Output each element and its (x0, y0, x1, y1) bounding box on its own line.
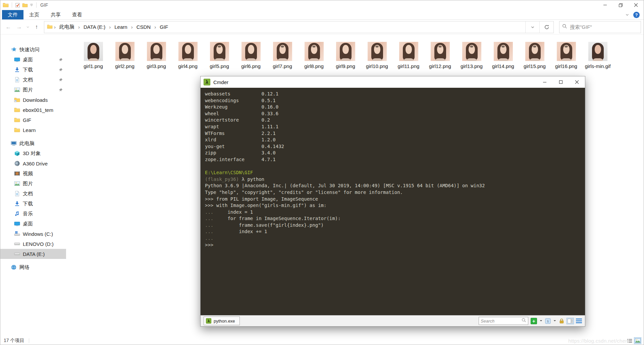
breadcrumb-separator[interactable]: › (130, 24, 134, 30)
file-item[interactable]: girl9.png (331, 42, 360, 69)
split-pane-button[interactable] (567, 318, 574, 324)
breadcrumb-separator[interactable]: › (153, 24, 157, 30)
sidebar-item[interactable]: 3D 对象 (0, 148, 66, 158)
file-name: girl13.png (457, 63, 486, 69)
sidebar-item[interactable]: Learn (0, 125, 66, 135)
cmder-minimize-button[interactable] (537, 76, 553, 88)
cmder-titlebar[interactable]: λ Cmder (201, 76, 585, 88)
file-item[interactable]: girl11.png (394, 42, 423, 69)
back-button[interactable]: ← (3, 21, 14, 33)
ribbon-tab[interactable]: 共享 (45, 10, 66, 19)
address-dropdown-button[interactable] (525, 21, 539, 33)
sidebar-item[interactable]: 快速访问 (0, 45, 66, 55)
console-tab[interactable]: λ python.exe (204, 317, 240, 325)
ribbon-expand-button[interactable] (625, 12, 629, 18)
file-item[interactable]: girl5.png (205, 42, 234, 69)
portrait-torso (404, 58, 414, 61)
sidebar-item[interactable]: Downloads (0, 95, 66, 105)
lock-icon[interactable] (559, 318, 565, 324)
file-item[interactable]: girl4.png (173, 42, 203, 69)
help-button[interactable]: ? (633, 12, 640, 18)
file-item[interactable]: girl7.png (268, 42, 297, 69)
sidebar-item[interactable]: 下载 (0, 65, 66, 75)
sidebar-item-label: Downloads (23, 97, 48, 103)
file-item[interactable]: girl10.png (362, 42, 392, 69)
sidebar-item[interactable]: 视频 (0, 168, 66, 179)
breadcrumb-item[interactable]: ›Learn (108, 21, 129, 33)
new-console-button[interactable]: + (531, 318, 537, 324)
sidebar-item[interactable]: 此电脑 (0, 138, 66, 148)
search-input[interactable] (570, 24, 638, 30)
menu-icon[interactable] (576, 319, 582, 323)
sidebar-item[interactable]: 网络 (0, 262, 66, 272)
address-bar[interactable]: ›此电脑›DATA (E:)›Learn›CSDN›GIF (44, 21, 554, 33)
terminal-body[interactable]: webassets 0.12.1webencodings 0.5.1Werkze… (201, 88, 585, 315)
sidebar-item[interactable]: 音乐 (0, 209, 66, 219)
file-item[interactable]: girl1.png (78, 42, 108, 69)
sidebar-item[interactable]: 文档 (0, 189, 66, 199)
thumbnail-view-button[interactable] (634, 338, 641, 344)
history-dropdown-button[interactable] (24, 21, 31, 33)
cmder-search-input[interactable] (481, 319, 522, 324)
file-item[interactable]: girl8.png (299, 42, 329, 69)
sidebar-item[interactable]: ebox001_tem (0, 105, 66, 115)
explorer-statusbar: 17 个项目 https://blog.csdn.net/chen (0, 337, 644, 345)
sidebar-item[interactable]: GIF (0, 115, 66, 125)
refresh-button[interactable] (539, 21, 553, 33)
file-item[interactable]: girl3.png (142, 42, 171, 69)
sidebar-item[interactable]: 下载 (0, 199, 66, 209)
file-item[interactable]: girl6.png (236, 42, 266, 69)
file-item[interactable]: girl15.png (520, 42, 549, 69)
sidebar-item[interactable]: A360 Drive (0, 158, 66, 168)
up-button[interactable]: ↑ (31, 21, 42, 33)
file-item[interactable]: girl2.png (110, 42, 140, 69)
file-item[interactable]: girl13.png (457, 42, 486, 69)
file-item[interactable]: girls-min.gif (583, 42, 612, 69)
breadcrumb-separator[interactable]: › (108, 24, 112, 30)
sidebar-item[interactable]: 桌面 (0, 55, 66, 65)
breadcrumb-item[interactable]: ›此电脑 (53, 21, 77, 33)
restore-button[interactable] (613, 0, 628, 10)
file-item[interactable]: girl16.png (551, 42, 581, 69)
cmder-close-button[interactable] (569, 76, 585, 88)
sidebar-item-label: 网络 (19, 264, 30, 271)
sidebar-item[interactable]: 文档 (0, 75, 66, 85)
file-item[interactable]: girl14.png (488, 42, 518, 69)
close-button[interactable] (628, 0, 644, 10)
breadcrumb-item[interactable]: ›GIF (153, 21, 170, 33)
folder-icon (14, 117, 20, 123)
new-console-dropdown[interactable] (539, 319, 543, 323)
forward-button[interactable]: → (14, 21, 24, 33)
file-thumbnail (431, 42, 450, 61)
sidebar-item[interactable]: 图片 (0, 85, 66, 95)
qat-new-folder-button[interactable] (22, 3, 28, 7)
portrait-face (185, 45, 191, 54)
terminal-line: xlrd 1.2.0 (205, 137, 581, 143)
breadcrumb-separator[interactable]: › (53, 24, 57, 30)
sidebar-item[interactable]: DATA (E:) (0, 249, 66, 259)
ribbon-tab[interactable]: 查看 (66, 10, 88, 19)
breadcrumb-item[interactable]: ›DATA (E:) (77, 21, 108, 33)
minimize-button[interactable] (597, 0, 613, 10)
breadcrumb-separator[interactable]: › (77, 24, 81, 30)
file-item[interactable]: girl12.png (425, 42, 455, 69)
ribbon-tab[interactable]: 文件 (2, 10, 23, 19)
sidebar-item[interactable]: 桌面 (0, 219, 66, 229)
terminal-line: >>> from PIL import Image, ImageSequence (205, 196, 581, 203)
active-console-icon[interactable]: 1 (545, 318, 551, 324)
picture-icon (14, 87, 20, 93)
sidebar-item-label: 文档 (23, 191, 33, 197)
portrait-artifact (281, 46, 284, 48)
cmder-lambda-icon: λ (206, 318, 211, 324)
portrait-artifact (470, 46, 473, 48)
console-list-dropdown[interactable] (553, 319, 556, 323)
cmder-maximize-button[interactable] (553, 76, 569, 88)
breadcrumb-item[interactable]: ›CSDN (130, 21, 153, 33)
file-thumbnail (273, 42, 292, 61)
sidebar-item[interactable]: 图片 (0, 179, 66, 189)
ribbon-tab[interactable]: 主页 (23, 10, 45, 19)
sidebar-item[interactable]: Windows (C:) (0, 229, 66, 239)
qat-customize-button[interactable] (30, 3, 33, 7)
qat-properties-button[interactable] (15, 3, 20, 8)
sidebar-item[interactable]: LENOVO (D:) (0, 239, 66, 249)
